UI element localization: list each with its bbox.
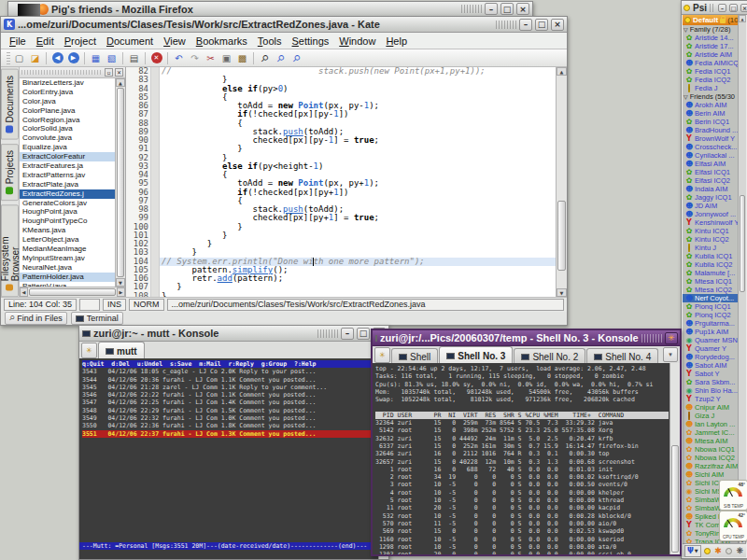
file-item[interactable]: ExtractColorFeatur <box>20 152 115 161</box>
minimize-button[interactable]: – <box>519 19 532 31</box>
roster-group[interactable]: ▽Friends (55/30 <box>683 92 739 101</box>
tab-shell-no-3[interactable]: Shell No. 3 <box>439 346 513 364</box>
roster-contact[interactable]: ☻Elfasi AIM <box>683 160 739 168</box>
roster-contact[interactable]: ☻Ian Layton ... <box>683 420 739 428</box>
roster-contact[interactable]: ✿Malamute [... <box>683 269 739 277</box>
save-as-icon[interactable]: ▧ <box>105 51 119 65</box>
roster-contact[interactable]: ✿Aristide 17... <box>683 42 739 50</box>
roster-contact[interactable]: ☻Razzifraz AIM <box>683 462 739 470</box>
tab-shell[interactable]: Shell <box>391 348 438 364</box>
scrollbar-thumb[interactable] <box>29 288 116 296</box>
roster-contact[interactable]: ☻Arokh AIM <box>683 101 739 109</box>
roster-contact[interactable]: ✿Jaggy ICQ1 <box>683 193 739 202</box>
roster-contact[interactable]: ☻BradHound ... <box>683 126 739 134</box>
file-item[interactable]: HoughPointTypeCo <box>20 217 115 226</box>
copy-icon[interactable]: ▣ <box>219 51 233 65</box>
roster-contact[interactable]: ☻Fedia AIMICQ <box>683 59 739 67</box>
file-item[interactable]: ColorSolid.java <box>20 124 115 133</box>
maximize-button[interactable]: □ <box>535 19 548 31</box>
scrollbar-thumb[interactable] <box>557 201 566 272</box>
close-button[interactable]: × <box>551 19 564 31</box>
file-item[interactable]: Color.java <box>20 97 115 106</box>
roster-contact[interactable]: ✿Fedia ICQ1 <box>683 67 739 76</box>
undo-icon[interactable]: ↶ <box>172 51 186 65</box>
roster-contact[interactable]: ✿Aristide AIM <box>683 50 739 59</box>
konsole-titlebar[interactable]: zuri@jr:/...Pics/20060307/temp - Shell N… <box>373 330 680 346</box>
find-in-files-button[interactable]: ⚲ Find in Files <box>5 312 67 325</box>
roster-contact[interactable]: YKenshinwolf Y <box>683 218 739 227</box>
menu-window[interactable]: Window <box>334 35 380 48</box>
roster-contact[interactable]: Giza J <box>683 412 739 420</box>
psi-titlebar[interactable]: Psi – □ × <box>682 1 747 15</box>
sidebar-tab-documents[interactable]: Documents <box>1 69 19 140</box>
stop-icon[interactable]: ✕ <box>149 51 163 65</box>
roster-contact[interactable]: ✿Pionq ICQ1 <box>683 302 739 311</box>
file-item[interactable]: GenerateColors.jav <box>20 199 115 208</box>
tab-shell-no-4[interactable]: Shell No. 4 <box>586 348 658 364</box>
roster-contact[interactable]: ☻Pup1k AIM <box>683 328 739 336</box>
terminal-scrollbar[interactable] <box>669 363 680 554</box>
kate-editor[interactable]: 82// stack.push(new Point(px+1,py+1));83… <box>126 67 567 297</box>
scroll-up-arrow[interactable]: ▲ <box>116 78 125 87</box>
panel-detach-button[interactable]: ▫ <box>105 68 113 77</box>
roster-contact[interactable]: ✿Kubila ICQ1 <box>683 252 739 260</box>
roster-contact[interactable]: ✿Kintu ICQ1 <box>683 227 739 235</box>
mutt-titlebar[interactable]: zuri@jr:~ - mutt - Konsole – □ × <box>79 326 388 342</box>
roster-contact[interactable]: ✿Nbowa ICQ2 <box>683 454 739 462</box>
roster-contact[interactable]: ☻Cnipur AIM <box>683 403 739 412</box>
menu-edit[interactable]: Edit <box>32 35 59 48</box>
roster-contact[interactable]: ☻Nerf Coyot... <box>683 294 739 302</box>
file-item[interactable]: ExtractRedZones.j <box>20 189 115 199</box>
code-area[interactable]: 82// stack.push(new Point(px+1,py+1));83… <box>126 67 556 297</box>
new-file-icon[interactable]: ▢ <box>12 51 26 65</box>
roster-contact[interactable]: Fedia J <box>683 84 739 92</box>
roster-contact[interactable]: YQuamer Y <box>683 344 739 353</box>
menu-project[interactable]: Project <box>60 35 101 48</box>
tab-shell-no-2[interactable]: Shell No. 2 <box>514 348 585 364</box>
toolbar-handle[interactable] <box>7 51 10 64</box>
replace-icon[interactable]: ⚲ <box>287 48 306 67</box>
close-button[interactable]: × <box>740 4 747 12</box>
print-icon[interactable]: ▤ <box>127 51 141 65</box>
menu-help[interactable]: Help <box>381 35 412 48</box>
roster-contact[interactable]: ✿Mtesa ICQ1 <box>683 277 739 286</box>
redo-icon[interactable]: ↷ <box>188 51 202 65</box>
paste-icon[interactable]: ▩ <box>235 51 249 65</box>
roster-contact[interactable]: ◉Quamer MSN <box>683 336 739 344</box>
roster-contact[interactable]: ✿Kubila ICQ2 <box>683 260 739 269</box>
file-item[interactable]: MedianMeanImage <box>20 245 115 254</box>
roster-contact[interactable]: ☻Sabot AIM <box>683 361 739 370</box>
top-konsole-window[interactable]: zuri@jr:/...Pics/20060307/temp - Shell N… <box>371 329 682 556</box>
roster-contact[interactable]: ✿Jammet IC... <box>683 428 739 437</box>
minimize-button[interactable]: – <box>718 4 726 12</box>
file-item[interactable]: PatternHolder.java <box>20 273 115 282</box>
scroll-left-arrow[interactable]: ◀ <box>20 287 28 297</box>
roster-contact[interactable]: ✿Kintu ICQ2 <box>683 235 739 244</box>
document-list-hscrollbar[interactable]: ◀ ▶ <box>20 287 125 297</box>
cut-icon[interactable]: ✂ <box>204 51 218 65</box>
terminal-button[interactable]: Terminal <box>71 312 123 325</box>
roster-contact[interactable]: YTzup2 Y <box>683 395 739 403</box>
expand-triangle-icon[interactable]: ▽ <box>684 93 688 100</box>
tab-mutt[interactable]: mutt <box>98 342 145 359</box>
menu-document[interactable]: Document <box>102 35 158 48</box>
scroll-down-arrow[interactable]: ▼ <box>116 278 125 287</box>
editor-scrollbar[interactable]: ▲ ▼ <box>556 67 567 297</box>
roster-contact[interactable]: ✿Berin ICQ1 <box>683 118 739 126</box>
menu-tools[interactable]: Tools <box>253 35 287 48</box>
kate-titlebar[interactable]: K ...ome/zuri/Documents/Clases/Tesis/Wor… <box>1 17 567 33</box>
file-item[interactable]: ExtractPatterns.jav <box>20 171 115 180</box>
expand-triangle-icon[interactable]: ▽ <box>684 26 688 33</box>
roster-contact[interactable]: ✿Nbowa ICQ1 <box>683 445 739 454</box>
maximize-button[interactable]: □ <box>357 328 370 340</box>
menu-settings[interactable]: Settings <box>288 35 334 48</box>
file-item[interactable]: ColorPlane.java <box>20 106 115 116</box>
file-item[interactable]: ColorEntry.java <box>20 88 115 97</box>
roster-contact[interactable]: ☻Mtesa AIM <box>683 437 739 445</box>
scroll-right-arrow[interactable]: ▶ <box>117 287 125 297</box>
file-item[interactable]: Convolute.java <box>20 133 115 143</box>
roster-contact[interactable]: ☻Indaia AIM <box>683 185 739 193</box>
forward-icon[interactable]: ▶ <box>66 51 80 65</box>
roster-contact[interactable]: ☻JD AIM <box>683 202 739 210</box>
roster-contact[interactable]: YSabot Y <box>683 370 739 378</box>
